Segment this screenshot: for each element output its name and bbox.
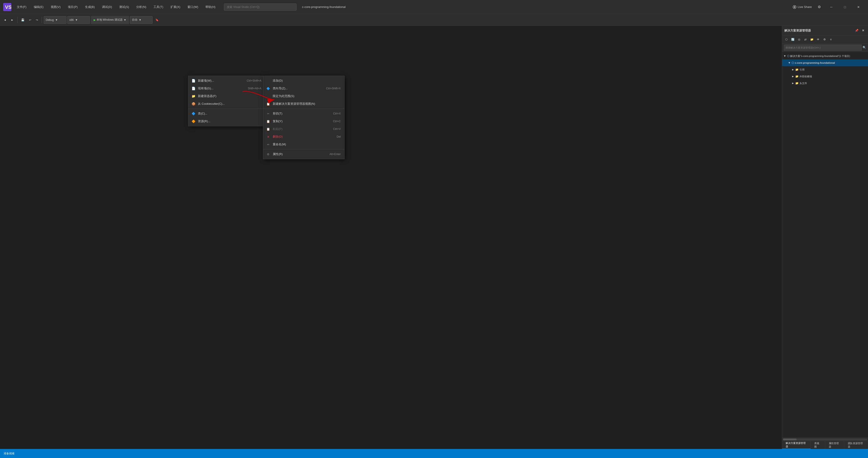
submenu-delete[interactable]: ✕ 删除(D) Del [263, 133, 344, 141]
external-deps-node[interactable]: ► 📁 外部依赖项 [782, 73, 868, 80]
search-input[interactable] [224, 3, 297, 11]
folder-button[interactable]: 📁 [809, 36, 815, 42]
platform-arrow: ▼ [75, 18, 78, 22]
submenu-copy-shortcut: Ctrl+C [333, 120, 341, 123]
headers-node[interactable]: ► 📁 头文件 [782, 80, 868, 87]
save-button[interactable]: 💾 [19, 16, 26, 24]
menu-window[interactable]: 窗口(W) [184, 4, 201, 10]
footer-tab-property[interactable]: 属性管理器 [825, 441, 844, 449]
auto-label: 自动 [132, 18, 137, 22]
solution-search-input[interactable] [784, 45, 862, 51]
undo-button[interactable]: ↩ [27, 16, 33, 24]
forward-button[interactable]: ► [9, 16, 16, 24]
ref-icon: 📁 [795, 68, 799, 71]
menu-tools[interactable]: 工具(T) [150, 4, 166, 10]
context-menu-sep-1 [188, 109, 265, 109]
footer-tab-classview[interactable]: 类视图 [811, 441, 825, 449]
submenu-properties-shortcut: Alt+Enter [330, 153, 341, 156]
red-arrow [238, 87, 279, 105]
auto-dropdown[interactable]: 自动 ▼ [130, 16, 153, 24]
submenu-paste-icon: 📋 [266, 127, 271, 131]
toolbar: ◄ ► 💾 ↩ ↪ Debug ▼ x86 ▼ ▶ 本地 Windows 调试器… [0, 14, 868, 26]
submenu-cut[interactable]: ✂ 剪切(T) Ctrl+X [263, 110, 344, 117]
menu-debug[interactable]: 调试(D) [99, 4, 115, 10]
debug-mode-dropdown[interactable]: Debug ▼ [44, 16, 66, 24]
references-node[interactable]: ► 📁 引用 [782, 66, 868, 73]
collapse-all-button[interactable]: ⬡ [783, 36, 789, 42]
title-bar: VS 文件(F) 编辑(E) 视图(V) 项目(P) 生成(B) 调试(D) 测… [0, 0, 868, 14]
run-label: 本地 Windows 调试器 [97, 18, 123, 22]
submenu-delete-icon: ✕ [266, 134, 271, 139]
context-menu-resource[interactable]: 🔶 资源(R)... [188, 117, 265, 125]
track-active-button[interactable]: ◎ [796, 36, 802, 42]
live-share-icon [793, 5, 796, 9]
submenu-rename-label: 重命名(M) [273, 143, 286, 147]
extdep-expand-icon: ► [792, 75, 794, 78]
submenu-new-view-label: 新建解决方案资源管理器视图(N) [273, 102, 315, 106]
context-menu-new-item[interactable]: 📄 新建项(W)... Ctrl+Shift+A [188, 77, 265, 85]
run-dropdown-arrow: ▼ [124, 18, 126, 22]
solution-explorer-titlebar: 解决方案资源管理器 📌 ✕ [782, 26, 868, 35]
project-icon: ⬡ [792, 61, 794, 64]
class-label: 类(C)... [198, 112, 208, 116]
new-filter-icon: 📁 [191, 94, 196, 98]
settings-panel-button[interactable]: ⚙ [822, 36, 828, 42]
submenu-copy-label: 复制(Y) [273, 119, 282, 123]
new-filter-label: 新建筛选器(F) [198, 94, 216, 98]
live-share-button[interactable]: Live Share [790, 4, 814, 10]
submenu-properties[interactable]: ⚙ 属性(R) Alt+Enter [263, 150, 344, 158]
panel-scrollbar[interactable] [782, 437, 868, 441]
submenu-cut-icon: ✂ [266, 111, 271, 116]
submenu-rename[interactable]: ✏ 重命名(M) [263, 141, 344, 148]
submenu-copy[interactable]: 📋 复制(Y) Ctrl+C [263, 117, 344, 125]
redo-button[interactable]: ↪ [34, 16, 40, 24]
submenu-cut-label: 剪切(T) [273, 112, 282, 116]
solution-node[interactable]: ▼ ⬡ 解决方案"c-core-programming-foundational… [782, 53, 868, 59]
menu-build[interactable]: 生成(B) [82, 4, 98, 10]
footer-tab-solution[interactable]: 解决方案资源管理器 [782, 441, 811, 449]
run-button[interactable]: ▶ 本地 Windows 调试器 ▼ [91, 16, 129, 24]
window-title: c-core-programming-foundational [302, 5, 345, 9]
panel-title-controls: 📌 ✕ [854, 28, 866, 33]
menu-analyze[interactable]: 分析(N) [133, 4, 149, 10]
cookiecutter-icon: 🍪 [191, 101, 196, 106]
settings-button[interactable]: ⚙ [816, 4, 823, 10]
context-menu-class[interactable]: 🔷 类(C)... [188, 110, 265, 117]
panel-close-button[interactable]: ✕ [860, 28, 866, 33]
svg-text:VS: VS [5, 4, 11, 10]
back-button[interactable]: ◄ [2, 16, 8, 24]
menu-view[interactable]: 视图(V) [48, 4, 64, 10]
platform-dropdown[interactable]: x86 ▼ [67, 16, 90, 24]
project-expand-icon: ▼ [788, 61, 791, 64]
menu-test[interactable]: 测试(S) [116, 4, 132, 10]
menu-edit[interactable]: 编辑(E) [31, 4, 47, 10]
submenu-rename-icon: ✏ [266, 142, 271, 147]
solution-icon: ⬡ [787, 54, 789, 58]
more-button[interactable]: ≡ [828, 36, 834, 42]
menu-help[interactable]: 帮助(H) [202, 4, 219, 10]
ref-label: 引用 [800, 68, 805, 71]
existing-item-icon: 📄 [191, 86, 196, 91]
submenu-class-wizard-shortcut: Ctrl+Shift+X [326, 87, 341, 90]
search-icon: 🔍 [863, 46, 866, 49]
main-area: 解决方案资源管理器 📌 ✕ ⬡ 🔄 ◎ ⇄ 📁 👁 ⚙ ≡ 🔍 ▼ ⬡ 解决方案… [0, 26, 868, 449]
scrollbar-thumb [783, 438, 797, 440]
maximize-button[interactable]: □ [838, 2, 852, 11]
bookmark-button[interactable]: 🔖 [153, 16, 160, 24]
submenu-add[interactable]: 添加(D) [263, 77, 344, 85]
sync-button[interactable]: ⇄ [803, 36, 808, 42]
show-all-button[interactable]: 👁 [815, 36, 821, 42]
close-button[interactable]: ✕ [852, 2, 865, 11]
new-item-shortcut: Ctrl+Shift+A [247, 79, 261, 82]
refresh-button[interactable]: 🔄 [790, 36, 796, 42]
menu-file[interactable]: 文件(F) [13, 4, 30, 10]
project-node[interactable]: ▼ ⬡ c-core-programming-foundational [782, 59, 868, 66]
menu-project[interactable]: 项目(P) [65, 4, 81, 10]
footer-tab-team[interactable]: 团队资源管理器 [844, 441, 868, 449]
menu-extensions[interactable]: 扩展(X) [167, 4, 183, 10]
debug-mode-label: Debug [46, 18, 54, 22]
minimize-button[interactable]: ─ [825, 2, 838, 11]
pin-button[interactable]: 📌 [854, 28, 859, 33]
platform-label: x86 [69, 18, 74, 22]
solution-explorer-title: 解决方案资源管理器 [784, 29, 811, 33]
